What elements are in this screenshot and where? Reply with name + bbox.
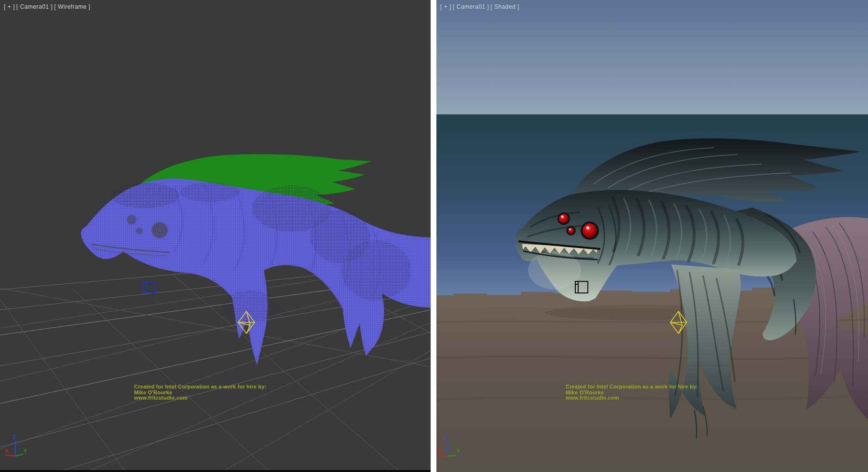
credit-line-1: Created for Intel Corporation as a work …: [134, 384, 288, 390]
box-helper[interactable]: [143, 282, 155, 293]
viewport-menu-camera[interactable]: [ Camera01 ]: [453, 3, 489, 10]
axis-y-label: Y: [24, 448, 27, 454]
credit-line-3: www.fritzstudio.com: [134, 395, 288, 401]
axis-tripod: Z X Y: [5, 435, 27, 456]
wireframe-scene: Z X Y: [0, 0, 431, 472]
viewport-menu-shading[interactable]: [ Shaded ]: [490, 3, 519, 10]
axis-x-label: X: [437, 448, 440, 454]
credit-text-object[interactable]: Created for Intel Corporation as a work …: [566, 384, 720, 401]
viewport-menu-shading[interactable]: [ Wireframe ]: [54, 3, 90, 10]
viewport-label-shaded: [ + ][ Camera01 ][ Shaded ]: [440, 3, 521, 10]
wireframe-fish[interactable]: [81, 179, 431, 365]
credit-line-3: www.fritzstudio.com: [566, 395, 720, 401]
credit-line-1: Created for Intel Corporation as a work …: [566, 384, 720, 390]
viewport-menu-plus[interactable]: [ + ]: [4, 3, 15, 10]
axis-z-label: Z: [13, 435, 16, 440]
dual-viewport-stage: Z X Y [ + ][ Camera01 ][ Wireframe ] Cre…: [0, 0, 868, 472]
viewport-menu-plus[interactable]: [ + ]: [440, 3, 451, 10]
axis-x-label: X: [5, 448, 8, 454]
axis-y-label: Y: [457, 448, 460, 454]
viewport-menu-camera[interactable]: [ Camera01 ]: [16, 3, 53, 10]
axis-z-label: Z: [445, 435, 448, 440]
shaded-scene: Z X Y: [436, 0, 868, 472]
viewport-shaded[interactable]: Z X Y [ + ][ Camera01 ][ Shaded ] Create…: [436, 0, 868, 472]
viewport-label-wireframe: [ + ][ Camera01 ][ Wireframe ]: [4, 3, 92, 10]
viewport-divider[interactable]: [431, 0, 436, 472]
credit-text-object[interactable]: Created for Intel Corporation as a work …: [134, 384, 288, 401]
viewport-wireframe[interactable]: Z X Y [ + ][ Camera01 ][ Wireframe ] Cre…: [0, 0, 431, 472]
